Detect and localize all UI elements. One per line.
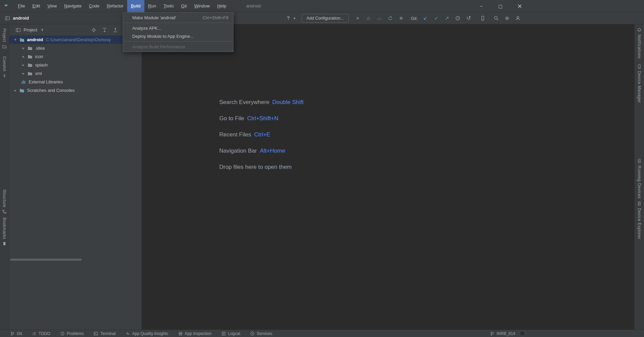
tree-row-idea[interactable]: ▸ .idea bbox=[9, 44, 142, 52]
tool-button-app-quality-insights[interactable]: App Quality Insights bbox=[125, 331, 168, 336]
project-view-caret-icon[interactable]: ▾ bbox=[41, 28, 43, 32]
maximize-button[interactable]: □ bbox=[491, 0, 510, 12]
rollback-button[interactable]: ↺ bbox=[466, 15, 472, 21]
menu-git[interactable]: Git bbox=[177, 0, 191, 12]
menu-window[interactable]: Window bbox=[191, 0, 214, 12]
update-project-button[interactable]: ↙ bbox=[422, 15, 428, 21]
project-view-selector[interactable]: Project bbox=[24, 27, 37, 32]
tree-row-external-libraries[interactable]: External Libraries bbox=[9, 78, 142, 86]
app-inspection-icon bbox=[178, 331, 183, 336]
tree-node-label: External Libraries bbox=[29, 79, 63, 84]
app-quality-insights-icon bbox=[125, 331, 130, 336]
toolwindow-button-device-manager[interactable]: Device Manager bbox=[637, 64, 642, 103]
tool-button-git[interactable]: Git bbox=[10, 331, 22, 336]
horizontal-scrollbar[interactable] bbox=[10, 259, 82, 261]
chevron-right-icon[interactable]: ▸ bbox=[21, 63, 26, 67]
hint-navigation-bar: Navigation Bar Alt+Home bbox=[219, 143, 304, 159]
menu-tools[interactable]: Tools bbox=[160, 0, 177, 12]
history-button[interactable] bbox=[455, 15, 461, 21]
tool-button-label: Terminal bbox=[100, 331, 115, 336]
tool-button-services[interactable]: Services bbox=[250, 331, 272, 336]
commit-button[interactable]: ✓ bbox=[433, 15, 439, 21]
menu-file[interactable]: File bbox=[14, 0, 29, 12]
toolwindow-label: Bookmarks bbox=[2, 217, 7, 239]
toolwindow-button-project[interactable]: Project bbox=[2, 28, 7, 49]
status-corner-icon[interactable] bbox=[520, 331, 525, 336]
menu-item-deploy-app-engine[interactable]: Deploy Module to App Engine... bbox=[123, 32, 233, 40]
running-device-icon bbox=[637, 159, 642, 163]
tree-node-path: C:\Users\anand\Desktop\Osmosy bbox=[46, 37, 111, 42]
chevron-right-icon[interactable]: ▸ bbox=[21, 71, 26, 76]
bottom-tool-bar: Git TODO Problems Terminal App Quality I… bbox=[0, 330, 644, 337]
hint-keys: Ctrl+E bbox=[254, 131, 270, 138]
tree-node-label: Scratches and Consoles bbox=[27, 88, 75, 93]
project-pane-icon bbox=[4, 15, 10, 21]
run-config-caret-icon[interactable]: ▾ bbox=[293, 16, 296, 21]
chevron-right-icon[interactable]: ▸ bbox=[21, 46, 26, 50]
toolwindow-button-device-explorer[interactable]: Device Explorer bbox=[637, 201, 642, 239]
menu-code[interactable]: Code bbox=[85, 0, 103, 12]
select-opened-file-icon[interactable] bbox=[91, 27, 96, 33]
toolwindow-button-structure[interactable]: Structure bbox=[2, 189, 7, 214]
git-branch-widget[interactable]: INRB_814 bbox=[490, 330, 515, 337]
tool-button-problems[interactable]: Problems bbox=[60, 331, 84, 336]
menu-edit[interactable]: Edit bbox=[29, 0, 44, 12]
menu-build[interactable]: Build bbox=[127, 0, 144, 12]
search-everywhere-button[interactable] bbox=[493, 15, 499, 21]
push-button[interactable]: ↗ bbox=[444, 15, 450, 21]
tool-button-terminal[interactable]: Terminal bbox=[93, 331, 115, 336]
collapse-all-icon[interactable] bbox=[113, 27, 118, 33]
hint-go-to-file: Go to File Ctrl+Shift+N bbox=[219, 110, 304, 127]
minimize-button[interactable]: – bbox=[472, 0, 491, 12]
settings-gear-button[interactable] bbox=[504, 15, 510, 21]
android-studio-logo-icon bbox=[3, 3, 10, 9]
device-phone-icon bbox=[637, 64, 642, 69]
window-controls: – □ × bbox=[472, 0, 529, 12]
tree-row-icon[interactable]: ▸ icon bbox=[9, 52, 142, 61]
device-manager-button[interactable] bbox=[480, 15, 486, 21]
tree-row-scratches[interactable]: ▸ Scratches and Consoles bbox=[9, 86, 142, 95]
menu-item-label: Analyze APK... bbox=[132, 26, 161, 31]
tree-node-label: xml bbox=[35, 71, 42, 76]
expand-all-icon[interactable] bbox=[102, 27, 107, 33]
project-tree: ▾ android C:\Users\anand\Desktop\Osmosy … bbox=[9, 35, 142, 95]
editor-empty-state: Search Everywhere Double Shift Go to Fil… bbox=[142, 24, 634, 330]
profiler-button bbox=[376, 15, 383, 21]
logcat-icon bbox=[221, 331, 226, 336]
menu-item-make-module[interactable]: Make Module 'android' Ctrl+Shift+F9 bbox=[123, 14, 233, 22]
tree-node-label: icon bbox=[35, 54, 43, 59]
toolwindow-button-bookmarks[interactable]: Bookmarks bbox=[2, 217, 7, 246]
toolwindow-button-running-devices[interactable]: Running Devices bbox=[637, 159, 642, 199]
menu-navigate[interactable]: Navigate bbox=[60, 0, 85, 12]
tool-button-todo[interactable]: TODO bbox=[32, 331, 50, 336]
tree-row-splash[interactable]: ▸ splash bbox=[9, 61, 142, 69]
build-hammer-icon bbox=[285, 15, 291, 21]
tree-row-android[interactable]: ▾ android C:\Users\anand\Desktop\Osmosy bbox=[9, 35, 142, 44]
tool-button-app-inspection[interactable]: App Inspection bbox=[178, 331, 212, 336]
account-avatar-button[interactable] bbox=[515, 15, 521, 21]
main-toolbar: android ▾ Add Configuration... Git bbox=[0, 12, 644, 24]
menu-run[interactable]: Run bbox=[144, 0, 160, 12]
run-button bbox=[355, 15, 361, 21]
menu-help[interactable]: Help bbox=[214, 0, 230, 12]
menu-refactor[interactable]: Refactor bbox=[103, 0, 127, 12]
git-branch-icon bbox=[10, 331, 15, 336]
chevron-right-icon[interactable]: ▸ bbox=[21, 54, 26, 59]
menu-item-analyze-apk[interactable]: Analyze APK... bbox=[123, 24, 233, 32]
menu-view[interactable]: View bbox=[44, 0, 60, 12]
folder-icon bbox=[27, 62, 33, 68]
close-button[interactable]: × bbox=[510, 0, 529, 12]
tree-row-xml[interactable]: ▸ xml bbox=[9, 69, 142, 78]
add-configuration-button[interactable]: Add Configuration... bbox=[302, 14, 349, 23]
hint-action: Navigation Bar bbox=[219, 148, 257, 154]
toolwindow-button-notifications[interactable]: Notifications bbox=[637, 28, 642, 59]
external-libraries-icon bbox=[21, 79, 26, 85]
chevron-right-icon[interactable]: ▸ bbox=[12, 88, 18, 93]
apply-changes-button[interactable] bbox=[387, 15, 393, 21]
chevron-down-icon[interactable]: ▾ bbox=[12, 37, 18, 42]
bell-icon bbox=[637, 28, 642, 32]
tool-button-logcat[interactable]: Logcat bbox=[221, 331, 240, 336]
build-menu-dropdown: Make Module 'android' Ctrl+Shift+F9 Anal… bbox=[123, 12, 233, 52]
toolwindow-button-commit[interactable]: Commit bbox=[2, 56, 7, 78]
ide-window: File Edit View Navigate Code Refactor Bu… bbox=[0, 0, 644, 337]
